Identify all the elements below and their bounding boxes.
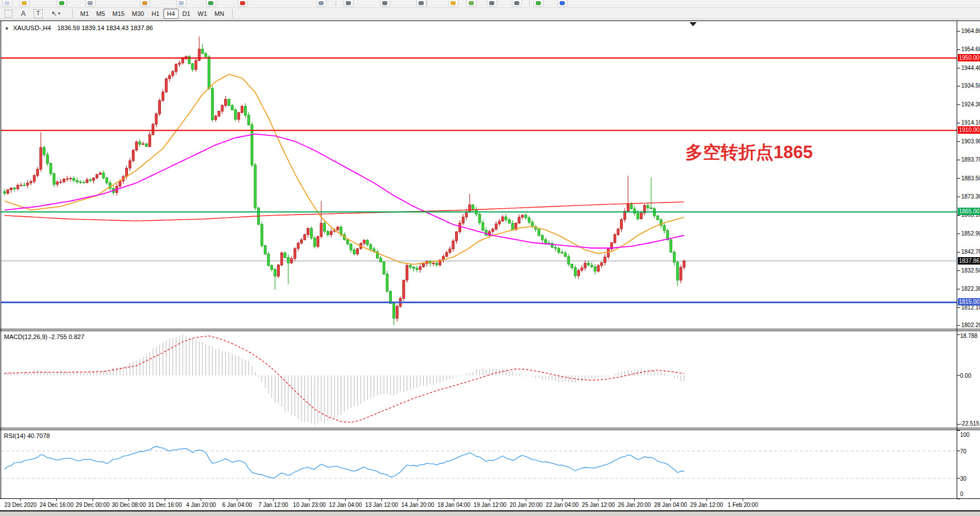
cursor-tool[interactable]: ↖ ▾ [48, 9, 64, 18]
toolbar-separator [529, 1, 530, 6]
zoom-icon[interactable] [19, 0, 30, 7]
text-box-tool[interactable]: T [33, 9, 43, 18]
zoom-icon-glyph [22, 1, 27, 5]
time-axis[interactable] [0, 499, 980, 510]
crosshair-a-icon[interactable] [344, 0, 354, 7]
timeframe-M1[interactable]: M1 [77, 9, 92, 19]
profiles-icon-glyph [88, 1, 93, 5]
refresh-icon[interactable] [557, 0, 568, 7]
horizontal-scrollbar[interactable] [0, 510, 980, 516]
timeframe-M15[interactable]: M15 [109, 9, 128, 19]
profiles-icon[interactable] [85, 0, 96, 7]
chart-window: ▼ XAUUSD-,H4 1836.59 1839.14 1834.43 183… [0, 20, 980, 516]
macd-panel[interactable] [1, 332, 957, 428]
timeframe-D1[interactable]: D1 [179, 9, 194, 19]
timeframe-M30[interactable]: M30 [129, 9, 147, 19]
toolbar-separator [336, 1, 336, 6]
list-icon-glyph [319, 1, 324, 5]
crosshair-b-icon[interactable] [380, 0, 390, 7]
timeframe-H4[interactable]: H4 [163, 9, 178, 19]
crosshair-c-icon[interactable] [416, 0, 427, 7]
add-indicator-icon[interactable] [534, 0, 544, 7]
main-chart-plot[interactable] [1, 22, 957, 329]
text-label-tool[interactable]: A [18, 9, 28, 18]
grid-icon [5, 10, 13, 18]
textbox-t-icon: T [34, 9, 43, 18]
timeframe-M5[interactable]: M5 [93, 9, 108, 19]
new-chart-icon[interactable] [2, 0, 13, 7]
cross-d-icon-glyph [489, 1, 494, 5]
toolbar-separator [232, 9, 233, 18]
cross-e-icon-glyph [514, 1, 519, 5]
label-a-icon: A [21, 10, 26, 18]
globe-icon-glyph [208, 1, 213, 5]
cursor-icon: ↖ [51, 10, 57, 18]
alert-icon[interactable] [238, 0, 248, 7]
cross-d-icon[interactable] [487, 0, 497, 7]
toolbar-separator [427, 1, 427, 6]
crosshair-b-icon-glyph [382, 1, 387, 5]
brush-icon-glyph [142, 1, 147, 5]
chart-add-icon-glyph [59, 1, 64, 5]
pencil-icon[interactable] [448, 0, 458, 7]
palette-icon[interactable] [466, 0, 477, 7]
mail-icon[interactable] [176, 0, 187, 7]
chevron-down-icon: ▾ [58, 11, 60, 16]
refresh-icon-glyph [560, 1, 565, 5]
pencil-icon-glyph [450, 1, 456, 5]
globe-icon[interactable] [206, 0, 216, 7]
rsi-panel[interactable] [1, 431, 957, 498]
palette-icon-glyph [469, 1, 474, 5]
brush-icon[interactable] [140, 0, 150, 7]
timeframe-MN[interactable]: MN [211, 9, 228, 19]
crosshair-a-icon-glyph [346, 1, 351, 5]
timeframe-W1[interactable]: W1 [195, 9, 211, 19]
alert-icon-glyph [240, 1, 245, 5]
crosshair-c-icon-glyph [419, 1, 424, 5]
add-indicator-icon-glyph [536, 1, 541, 5]
grid-tool-icon[interactable] [3, 9, 14, 18]
chart-add-icon[interactable] [57, 0, 67, 7]
timeframe-bar: M1M5M15M30H1H4D1W1MN [77, 8, 228, 19]
cross-e-icon[interactable] [512, 0, 522, 7]
mail-icon-glyph [179, 1, 184, 5]
toolbar-separator [72, 9, 73, 18]
price-axis[interactable] [957, 21, 980, 499]
timeframe-H1[interactable]: H1 [148, 9, 163, 19]
new-chart-icon-glyph [5, 1, 10, 5]
toolbar-tools: A T ↖ ▾ M1M5M15M30H1H4D1W1MN [0, 8, 980, 19]
toolbar-standard [0, 0, 980, 8]
mt4-window: A T ↖ ▾ M1M5M15M30H1H4D1W1MN ▼ XAUUSD-,H… [0, 0, 980, 516]
list-icon[interactable] [316, 0, 326, 7]
